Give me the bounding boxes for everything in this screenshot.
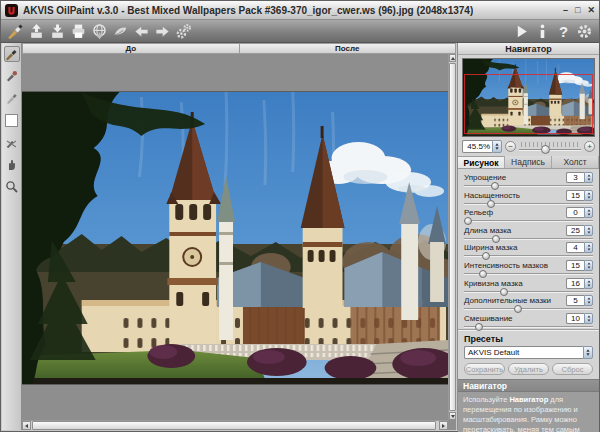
slider-thumb[interactable] <box>475 323 483 331</box>
stepper-up-icon[interactable] <box>587 192 590 194</box>
open-image-button[interactable] <box>26 21 46 41</box>
vertical-scrollbar[interactable] <box>448 54 456 420</box>
param-value[interactable]: 25 <box>566 225 584 236</box>
horizontal-scroll-thumb[interactable] <box>32 421 436 430</box>
param-value[interactable]: 5 <box>566 295 584 306</box>
stepper-down-icon[interactable] <box>587 266 590 268</box>
param-stepper[interactable] <box>584 260 593 271</box>
param-slider[interactable] <box>464 183 593 189</box>
stepper-down-icon[interactable] <box>587 231 590 233</box>
param-value[interactable]: 15 <box>566 190 584 201</box>
param-value-input[interactable]: 15 <box>566 260 593 271</box>
param-value[interactable]: 16 <box>566 278 584 289</box>
param-stepper[interactable] <box>584 313 593 324</box>
preferences-gear-button[interactable] <box>574 21 594 41</box>
scroll-right-arrow[interactable] <box>439 421 448 430</box>
stepper-down-icon[interactable] <box>587 249 590 251</box>
vertical-scroll-thumb[interactable] <box>449 63 456 411</box>
run-processing-button[interactable] <box>511 21 531 41</box>
param-stepper[interactable] <box>584 172 593 183</box>
param-value-input[interactable]: 10 <box>566 313 593 324</box>
scroll-left-arrow[interactable] <box>22 421 31 430</box>
navigator-view-frame[interactable] <box>464 74 593 134</box>
preset-selected-value[interactable]: AKVIS Default <box>464 346 583 359</box>
zoom-value[interactable]: 45.5% <box>462 140 492 153</box>
title-bar[interactable]: AKVIS OilPaint v.3.0 - Best Mixed Wallpa… <box>1 1 599 20</box>
brush-tool-icon[interactable] <box>4 46 20 62</box>
smudge-tool-icon[interactable] <box>110 21 130 41</box>
minimize-button[interactable]: – <box>563 4 568 17</box>
redo-icon[interactable] <box>152 21 172 41</box>
stepper-up-icon[interactable] <box>587 262 590 264</box>
history-brush-tool-icon[interactable] <box>4 134 20 150</box>
save-image-button[interactable] <box>47 21 67 41</box>
tab-before[interactable]: До <box>22 43 240 54</box>
param-value[interactable]: 15 <box>566 260 584 271</box>
stepper-up-icon[interactable] <box>587 227 590 229</box>
print-button[interactable] <box>68 21 88 41</box>
settings-tab-Надпись[interactable]: Надпись <box>505 156 552 168</box>
about-info-button[interactable] <box>532 21 552 41</box>
help-button[interactable]: ? <box>553 21 573 41</box>
close-button[interactable]: ✕ <box>587 4 595 17</box>
hand-tool-icon[interactable] <box>4 156 20 172</box>
param-slider[interactable] <box>464 324 593 330</box>
stepper-up-icon[interactable] <box>587 210 590 212</box>
param-stepper[interactable] <box>584 242 593 253</box>
stepper-down-icon[interactable] <box>587 302 590 304</box>
color-swatch[interactable] <box>4 112 20 128</box>
param-slider[interactable] <box>464 306 593 312</box>
stepper-up-icon[interactable] <box>587 174 590 176</box>
param-slider[interactable] <box>464 289 593 295</box>
stepper-down-icon[interactable] <box>587 284 590 286</box>
import-from-web-icon[interactable] <box>89 21 109 41</box>
param-value-input[interactable]: 15 <box>566 190 593 201</box>
undo-icon[interactable] <box>131 21 151 41</box>
zoom-in-button[interactable]: + <box>584 141 595 152</box>
param-slider[interactable] <box>464 253 593 259</box>
navigator-thumbnail[interactable] <box>462 58 595 137</box>
param-value[interactable]: 3 <box>566 172 584 183</box>
zoom-out-button[interactable]: − <box>505 141 516 152</box>
zoom-slider-thumb[interactable] <box>541 145 550 154</box>
param-slider[interactable] <box>464 236 593 242</box>
param-value-input[interactable]: 0 <box>566 207 593 218</box>
scroll-down-arrow[interactable] <box>449 412 456 420</box>
stepper-down-icon[interactable] <box>587 319 590 321</box>
horizontal-scrollbar[interactable] <box>22 420 448 430</box>
batch-processing-icon[interactable] <box>173 21 193 41</box>
canvas-area[interactable] <box>22 54 448 420</box>
tab-after[interactable]: После <box>240 43 457 54</box>
param-value[interactable]: 4 <box>566 242 584 253</box>
stepper-down-icon[interactable] <box>587 214 590 216</box>
param-value-input[interactable]: 4 <box>566 242 593 253</box>
scroll-up-arrow[interactable] <box>449 54 456 62</box>
settings-tab-Холст[interactable]: Холст <box>552 156 599 168</box>
zoom-slider[interactable] <box>519 141 581 153</box>
stepper-up-icon[interactable] <box>587 280 590 282</box>
param-stepper[interactable] <box>584 225 593 236</box>
stepper-up-icon[interactable] <box>587 245 590 247</box>
param-stepper[interactable] <box>584 278 593 289</box>
stroke-direction-tool-icon[interactable] <box>4 68 20 84</box>
param-value-input[interactable]: 16 <box>566 278 593 289</box>
preset-button-Сброс[interactable]: Сброс <box>552 363 593 375</box>
param-value-input[interactable]: 3 <box>566 172 593 183</box>
maximize-button[interactable]: □ <box>575 4 580 17</box>
preset-button-Сохранить[interactable]: Сохранить <box>464 363 505 375</box>
stepper-down-icon[interactable] <box>587 178 590 180</box>
stepper-up-icon[interactable] <box>587 315 590 317</box>
zoom-tool-icon[interactable] <box>4 178 20 194</box>
eraser-tool-icon[interactable] <box>4 90 20 106</box>
param-value[interactable]: 10 <box>566 313 584 324</box>
param-stepper[interactable] <box>584 295 593 306</box>
zoom-dropdown-button[interactable] <box>492 140 502 153</box>
settings-tab-Рисунок[interactable]: Рисунок <box>458 156 505 168</box>
param-stepper[interactable] <box>584 207 593 218</box>
stepper-down-icon[interactable] <box>587 196 590 198</box>
param-stepper[interactable] <box>584 190 593 201</box>
param-value[interactable]: 0 <box>566 207 584 218</box>
param-slider[interactable] <box>464 218 593 224</box>
param-value-input[interactable]: 25 <box>566 225 593 236</box>
preset-dropdown-button[interactable] <box>583 346 593 359</box>
